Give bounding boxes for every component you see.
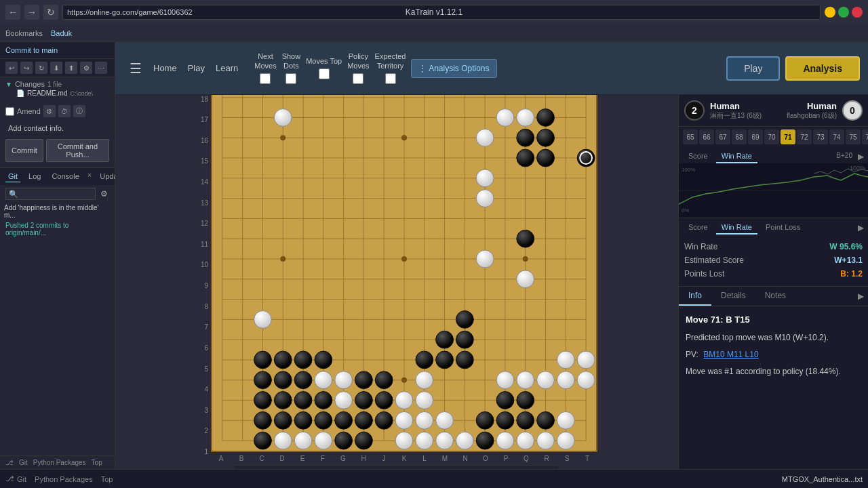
git-status-item: Add 'happiness is in the middle' m... xyxy=(0,203,115,220)
move-73[interactable]: 73 xyxy=(813,129,828,144)
console-close[interactable]: × xyxy=(87,171,92,182)
score-expand-btn[interactable]: ▶ xyxy=(858,150,864,163)
commit-push-button[interactable]: Commit and Push... xyxy=(46,139,109,162)
move-68[interactable]: 68 xyxy=(732,129,747,144)
score-tab-winrate[interactable]: Win Rate xyxy=(716,150,757,163)
python-taskbar-label: Python Packages xyxy=(35,475,93,483)
move-69[interactable]: 69 xyxy=(748,129,763,144)
svg-point-89 xyxy=(496,411,514,429)
git-branch-label[interactable]: Git xyxy=(19,459,28,466)
expected-territory-checkbox[interactable] xyxy=(385,73,396,84)
taskbar-file[interactable]: MTGOX_Authentica...txt xyxy=(782,475,863,483)
python-packages-label[interactable]: Python Packages xyxy=(33,459,86,466)
svg-point-92 xyxy=(537,411,555,429)
svg-point-61 xyxy=(254,351,272,369)
info-tab-info[interactable]: Info xyxy=(679,287,711,306)
minimize-button[interactable] xyxy=(825,7,835,18)
next-moves-label: NextMoves xyxy=(254,52,276,70)
changes-item[interactable]: ▼ Changes 1 file xyxy=(5,80,109,88)
redo-btn[interactable]: ↪ xyxy=(20,62,33,74)
show-dots-label: ShowDots xyxy=(282,52,301,70)
move-title: Move 71: B T15 xyxy=(686,313,861,327)
maximize-button[interactable] xyxy=(838,7,849,18)
amend-checkbox[interactable] xyxy=(5,107,14,116)
move-74[interactable]: 74 xyxy=(829,129,844,144)
pv-label: PV: xyxy=(686,350,698,359)
undo-btn[interactable]: ↩ xyxy=(5,62,18,74)
info-expand-btn[interactable]: ▶ xyxy=(858,291,868,301)
svg-point-102 xyxy=(496,371,514,388)
taskbar-top[interactable]: Top xyxy=(101,475,113,483)
bookmarks-label[interactable]: Bookmarks xyxy=(5,29,43,37)
amend-timer-btn[interactable]: ⏱ xyxy=(58,105,71,117)
move-70[interactable]: 70 xyxy=(764,129,779,144)
info-content: Move 71: B T15 Predicted top move was M1… xyxy=(679,306,868,385)
svg-point-47 xyxy=(517,129,534,146)
move-65[interactable]: 65 xyxy=(683,129,698,144)
push-btn[interactable]: ⬆ xyxy=(65,62,77,74)
analysis-tab-winrate[interactable]: Win Rate xyxy=(716,221,757,235)
est-score-row: Estimated Score W+13.1 xyxy=(684,253,863,267)
analysis-data: Win Rate W 95.6% Estimated Score W+13.1 … xyxy=(679,235,868,286)
analysis-button[interactable]: Analysis xyxy=(785,56,860,81)
taskbar-python[interactable]: Python Packages xyxy=(35,475,93,483)
info-tab-notes[interactable]: Notes xyxy=(755,287,795,306)
nav-play[interactable]: Play xyxy=(188,63,205,73)
close-button[interactable] xyxy=(852,7,863,18)
amend-row: Amend ⚙ ⏱ ⓘ xyxy=(5,105,109,117)
svg-point-59 xyxy=(416,351,433,369)
back-button[interactable]: ← xyxy=(5,5,20,20)
git-search-input[interactable] xyxy=(5,188,96,200)
next-moves-checkbox[interactable] xyxy=(260,73,271,84)
nav-learn[interactable]: Learn xyxy=(216,63,238,73)
play-button[interactable]: Play xyxy=(726,56,780,81)
move-67[interactable]: 67 xyxy=(715,129,730,144)
amend-info-btn[interactable]: ⓘ xyxy=(73,105,85,117)
git-tab-console[interactable]: Console xyxy=(49,171,81,182)
analysis-options-button[interactable]: ⋮ Analysis Options xyxy=(411,59,496,78)
git-settings-icon[interactable]: ⚙ xyxy=(98,188,109,199)
move-76[interactable]: 76 xyxy=(862,129,868,144)
move-75[interactable]: 75 xyxy=(846,129,861,144)
top-moves-checkbox[interactable] xyxy=(319,68,330,79)
analysis-expand-btn[interactable]: ▶ xyxy=(858,223,864,232)
top-moves-option: Moves Top xyxy=(306,57,342,79)
git-tab-git[interactable]: Git xyxy=(5,171,20,182)
svg-point-107 xyxy=(577,351,595,369)
hamburger-button[interactable]: ☰ xyxy=(123,56,148,81)
nav-home[interactable]: Home xyxy=(153,63,177,73)
score-tab-score[interactable]: Score xyxy=(683,150,713,163)
analysis-tab-score[interactable]: Score xyxy=(683,221,713,235)
more-btn[interactable]: ⋯ xyxy=(95,62,107,74)
black-player-sub: 淋雨一直13 (6级) xyxy=(710,111,762,121)
fetch-btn[interactable]: ⬇ xyxy=(50,62,62,74)
taskbar-git[interactable]: ⎇ Git xyxy=(5,474,26,483)
predicted-text: Predicted top move was M10 (W+10.2). xyxy=(686,331,861,344)
move-72[interactable]: 72 xyxy=(797,129,812,144)
git-tab-log[interactable]: Log xyxy=(26,171,43,182)
settings-btn[interactable]: ⚙ xyxy=(80,62,92,74)
go-board[interactable] xyxy=(211,95,597,452)
refresh-button[interactable]: ↻ xyxy=(43,5,58,20)
move-71[interactable]: 71 xyxy=(781,129,795,144)
move-66[interactable]: 66 xyxy=(699,129,714,144)
forward-button[interactable]: → xyxy=(24,5,39,20)
readme-item[interactable]: 📄 README.md C:\code\ xyxy=(5,89,109,97)
policy-moves-checkbox[interactable] xyxy=(353,73,363,84)
baduk-bookmark[interactable]: Baduk xyxy=(51,29,72,37)
file-icon: 📄 xyxy=(16,89,24,97)
board-wrapper: A B C D E F G H J K L M xyxy=(211,95,597,465)
top-label[interactable]: Top xyxy=(92,459,102,466)
analysis-tab-pointloss[interactable]: Point Loss xyxy=(760,221,806,235)
black-score: 2 xyxy=(692,105,697,116)
svg-point-83 xyxy=(335,411,353,429)
board-svg xyxy=(212,95,596,451)
refresh-tree-btn[interactable]: ↻ xyxy=(35,62,47,74)
svg-point-93 xyxy=(274,108,292,126)
amend-settings-btn[interactable]: ⚙ xyxy=(43,105,56,117)
svg-point-57 xyxy=(436,351,454,369)
info-tab-details[interactable]: Details xyxy=(711,287,755,306)
pv-moves[interactable]: BM10 M11 L10 xyxy=(703,350,758,359)
commit-button[interactable]: Commit xyxy=(5,139,43,162)
show-dots-checkbox[interactable] xyxy=(285,73,296,84)
